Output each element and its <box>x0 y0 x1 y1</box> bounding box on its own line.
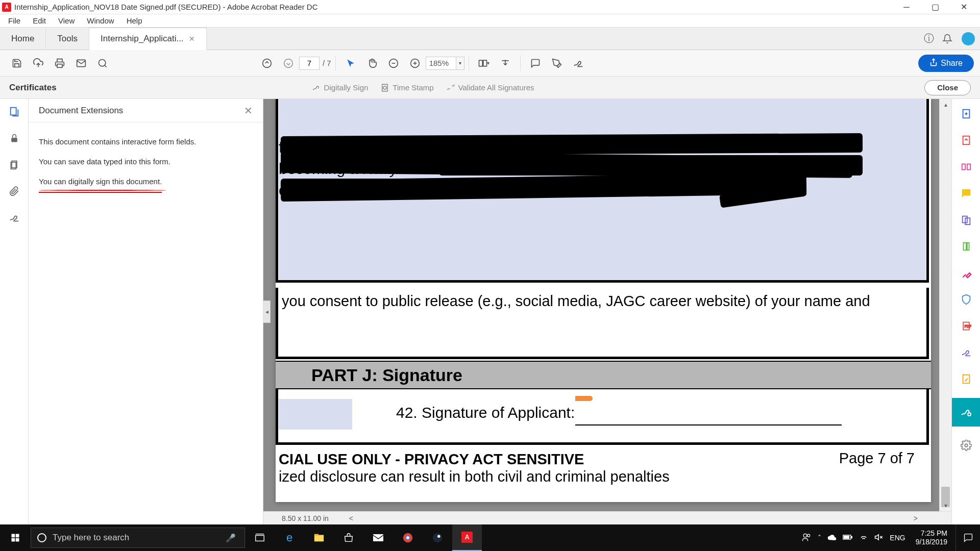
panel-close-icon[interactable]: ✕ <box>244 105 253 117</box>
lock-icon[interactable] <box>8 132 21 145</box>
certificates-close-button[interactable]: Close <box>924 80 971 95</box>
share-button[interactable]: Share <box>918 55 974 72</box>
page-up-icon[interactable] <box>258 55 276 72</box>
menu-window[interactable]: Window <box>81 14 120 27</box>
zoom-out-icon[interactable] <box>385 55 402 72</box>
menu-view[interactable]: View <box>52 14 81 27</box>
zoom-in-icon[interactable] <box>406 55 424 72</box>
comment-tool-icon[interactable] <box>959 186 974 201</box>
signature-number-field[interactable] <box>279 399 352 430</box>
language-indicator[interactable]: ENG <box>890 534 905 542</box>
svg-rect-24 <box>963 136 969 145</box>
fill-sign-icon[interactable] <box>959 345 974 360</box>
taskbar-search[interactable]: Type here to search 🎤 <box>31 528 245 548</box>
scroll-mode-icon[interactable] <box>497 55 514 72</box>
signature-label: 42. Signature of Applicant: <box>396 404 575 421</box>
tab-tools[interactable]: Tools <box>46 28 89 49</box>
page-down-icon[interactable] <box>280 55 297 72</box>
tab-close-icon[interactable]: ✕ <box>189 35 195 43</box>
help-icon[interactable]: ⓘ <box>920 28 938 49</box>
windows-taskbar: Type here to search 🎤 e A ˄ ENG 7:25 PM … <box>0 524 980 551</box>
svg-rect-30 <box>967 243 969 251</box>
signature-line[interactable] <box>575 424 842 425</box>
print-icon[interactable] <box>51 55 68 72</box>
taskbar-acrobat-icon[interactable]: A <box>452 524 482 551</box>
redact-icon[interactable] <box>959 265 974 281</box>
svg-point-34 <box>968 413 971 416</box>
attachments-icon[interactable] <box>8 185 21 198</box>
svg-rect-36 <box>12 534 15 538</box>
taskbar-clock[interactable]: 7:25 PM 9/18/2019 <box>912 529 951 546</box>
tab-document[interactable]: Internship_Applicati... ✕ <box>89 28 207 50</box>
taskbar-steam-icon[interactable] <box>423 524 452 551</box>
certificates-tool-icon[interactable] <box>952 398 981 427</box>
validate-signatures-button[interactable]: Validate All Signatures <box>446 83 534 92</box>
vertical-scrollbar[interactable]: ▴ ▾ <box>939 99 951 511</box>
menu-file[interactable]: File <box>2 14 27 27</box>
svg-rect-25 <box>962 164 965 170</box>
protect-icon[interactable] <box>959 292 974 307</box>
scroll-up-arrow[interactable]: ▴ <box>940 99 951 110</box>
pages-icon[interactable] <box>8 158 21 171</box>
hscroll-right-arrow[interactable]: > <box>914 514 918 522</box>
mic-icon[interactable]: 🎤 <box>223 533 238 543</box>
tab-home[interactable]: Home <box>0 28 46 49</box>
edit-pdf-icon[interactable] <box>959 159 974 174</box>
send-for-signature-icon[interactable] <box>959 371 974 387</box>
onedrive-icon[interactable] <box>827 533 837 543</box>
organize-pages-icon[interactable] <box>959 239 974 254</box>
maximize-button[interactable]: ▢ <box>921 0 949 14</box>
time-stamp-button[interactable]: Time Stamp <box>380 83 433 92</box>
taskbar-store-icon[interactable] <box>334 524 363 551</box>
zoom-dropdown-icon[interactable]: ▾ <box>456 57 464 70</box>
people-icon[interactable] <box>801 532 812 544</box>
combine-files-icon[interactable] <box>959 212 974 228</box>
svg-point-8 <box>410 59 419 67</box>
task-view-icon[interactable] <box>245 524 275 551</box>
notifications-bell-icon[interactable] <box>938 28 957 49</box>
action-center-icon[interactable] <box>955 524 980 551</box>
fit-width-icon[interactable]: ▾ <box>475 55 493 72</box>
digitally-sign-button[interactable]: Digitally Sign <box>312 83 369 92</box>
save-icon[interactable] <box>8 55 26 72</box>
window-close-button[interactable]: ✕ <box>949 0 978 14</box>
svg-point-46 <box>405 535 410 540</box>
tray-chevron-icon[interactable]: ˄ <box>818 534 821 542</box>
zoom-level-input[interactable] <box>426 57 456 70</box>
signatures-icon[interactable] <box>8 211 21 224</box>
cloud-upload-icon[interactable] <box>30 55 47 72</box>
taskbar-mail-icon[interactable] <box>363 524 393 551</box>
panel-collapse-handle[interactable]: ◂ <box>263 300 271 323</box>
svg-point-50 <box>804 534 807 537</box>
hscroll-left-arrow[interactable]: < <box>349 514 353 522</box>
volume-mute-icon[interactable] <box>874 533 884 543</box>
create-pdf-icon[interactable] <box>959 106 974 121</box>
highlight-icon[interactable] <box>548 55 566 72</box>
search-placeholder: Type here to search <box>53 533 129 543</box>
svg-rect-27 <box>962 216 967 223</box>
menu-edit[interactable]: Edit <box>27 14 52 27</box>
hand-pan-icon[interactable] <box>363 55 381 72</box>
start-button[interactable] <box>0 524 31 551</box>
scroll-down-arrow[interactable]: ▾ <box>940 500 951 511</box>
more-tools-icon[interactable] <box>959 438 974 453</box>
document-viewport[interactable]: ◂ fferent branches I felt the Navy would… <box>263 99 951 524</box>
compress-icon[interactable]: PDF <box>959 318 974 334</box>
sign-icon[interactable] <box>570 55 587 72</box>
svg-rect-42 <box>314 535 324 542</box>
taskbar-explorer-icon[interactable] <box>304 524 334 551</box>
user-avatar[interactable] <box>962 32 975 45</box>
selection-arrow-icon[interactable] <box>342 55 359 72</box>
taskbar-chrome-icon[interactable] <box>393 524 423 551</box>
comment-icon[interactable] <box>527 55 544 72</box>
wifi-icon[interactable] <box>859 533 868 543</box>
minimize-button[interactable]: ─ <box>892 0 921 14</box>
menu-help[interactable]: Help <box>120 14 149 27</box>
battery-icon[interactable] <box>843 534 853 542</box>
email-icon[interactable] <box>72 55 90 72</box>
export-pdf-icon[interactable] <box>959 133 974 148</box>
search-icon[interactable] <box>94 55 111 72</box>
taskbar-edge-icon[interactable]: e <box>275 524 304 551</box>
thumbnails-icon[interactable] <box>8 105 21 118</box>
page-number-input[interactable] <box>299 57 320 70</box>
